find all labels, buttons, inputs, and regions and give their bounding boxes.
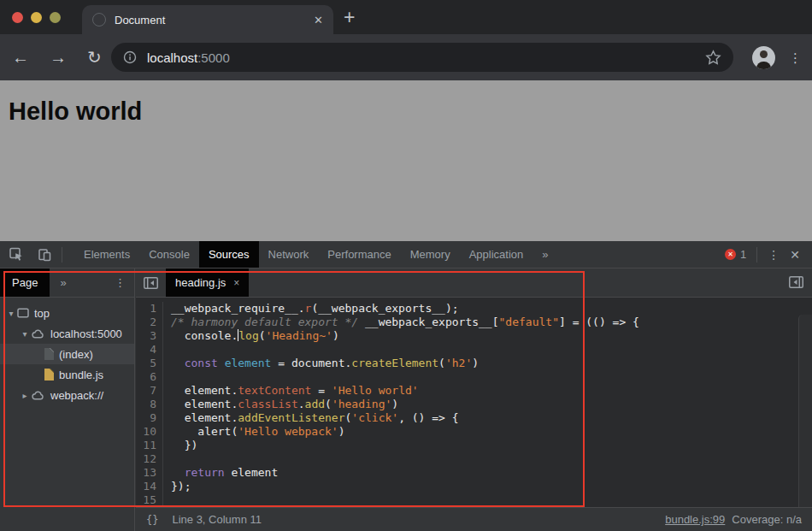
devtools-tab-memory[interactable]: Memory <box>401 241 460 268</box>
toolbar-divider <box>756 247 757 263</box>
sidebar-header: Page » ⋮ <box>0 268 134 298</box>
code-line-8[interactable]: 8 element.classList.add('heading') <box>136 398 812 411</box>
browser-titlebar: Document ✕ + <box>0 0 812 34</box>
tree-item-index[interactable]: (index) <box>0 344 134 364</box>
code-lines: 1__webpack_require__.r(__webpack_exports… <box>136 302 812 507</box>
code-line-14[interactable]: 14}); <box>136 480 812 493</box>
code-line-3[interactable]: 3 console.log('Heading~') <box>136 329 812 343</box>
line-number[interactable]: 14 <box>136 480 163 493</box>
line-number[interactable]: 2 <box>136 316 163 329</box>
code-line-13[interactable]: 13 return element <box>136 466 812 480</box>
code-line-4[interactable]: 4 <box>136 343 812 357</box>
editor-scrollbar[interactable] <box>798 315 812 507</box>
line-number[interactable]: 8 <box>136 398 163 411</box>
line-number[interactable]: 15 <box>136 493 163 507</box>
code-line-9[interactable]: 9 element.addEventListener('click', () =… <box>136 411 812 425</box>
forward-icon[interactable]: → <box>50 48 67 68</box>
caret-collapsed-icon[interactable]: ▸ <box>19 391 31 400</box>
minimize-window-button[interactable] <box>31 12 42 23</box>
editor-tab-heading-js[interactable]: heading.js × <box>166 268 249 297</box>
line-number[interactable]: 4 <box>136 343 163 357</box>
line-number[interactable]: 7 <box>136 384 163 398</box>
line-number[interactable]: 6 <box>136 370 163 384</box>
code-text: alert('Hello webpack') <box>163 425 345 439</box>
pretty-print-icon[interactable]: {} <box>146 514 158 526</box>
tree-item-localhost-5000[interactable]: ▾localhost:5000 <box>0 323 134 344</box>
sources-tree: ▾top▾localhost:5000(index)bundle.js▸webp… <box>0 298 134 405</box>
tree-item-bundle-js[interactable]: bundle.js <box>0 364 134 385</box>
tree-item-top[interactable]: ▾top <box>0 303 134 323</box>
code-text: element.addEventListener('click', () => … <box>163 411 459 425</box>
tree-item-label: (index) <box>59 348 93 361</box>
editor-tab-close-icon[interactable]: × <box>233 277 239 289</box>
code-line-2[interactable]: 2/* harmony default export */ __webpack_… <box>136 316 812 329</box>
tree-item-label: webpack:// <box>50 389 103 402</box>
device-toolbar-icon[interactable] <box>37 246 53 263</box>
line-number[interactable]: 13 <box>136 466 163 480</box>
error-badge[interactable]: ✕ 1 <box>725 248 746 261</box>
back-icon[interactable]: ← <box>12 48 29 68</box>
zoom-window-button[interactable] <box>50 12 61 23</box>
sidebar-menu-icon[interactable]: ⋮ <box>115 276 126 289</box>
devtools-tab-performance[interactable]: Performance <box>318 241 400 268</box>
file-gray-icon <box>44 348 54 360</box>
code-text: const element = document.createElement('… <box>163 357 479 370</box>
more-panels-chevron[interactable]: » <box>533 241 557 268</box>
page-heading[interactable]: Hello world <box>9 97 812 126</box>
code-line-5[interactable]: 5 const element = document.createElement… <box>136 357 812 370</box>
line-number[interactable]: 3 <box>136 329 163 343</box>
line-number[interactable]: 9 <box>136 411 163 425</box>
address-bar[interactable]: localhost :5000 <box>111 43 733 72</box>
cloud-icon <box>31 327 45 339</box>
code-line-11[interactable]: 11 }) <box>136 439 812 452</box>
code-editor[interactable]: 1__webpack_require__.r(__webpack_exports… <box>136 298 812 507</box>
line-number[interactable]: 10 <box>136 425 163 439</box>
web-page-viewport: Hello world <box>0 80 812 241</box>
error-circle-icon: ✕ <box>725 249 736 260</box>
tree-item-webpack[interactable]: ▸webpack:// <box>0 385 134 405</box>
line-number[interactable]: 5 <box>136 357 163 370</box>
sidebar-more-tabs-icon[interactable]: » <box>60 276 66 289</box>
reload-icon[interactable]: ↻ <box>87 47 102 68</box>
sidebar-tab-page[interactable]: Page <box>0 268 50 297</box>
code-line-1[interactable]: 1__webpack_require__.r(__webpack_exports… <box>136 302 812 316</box>
code-line-10[interactable]: 10 alert('Hello webpack') <box>136 425 812 439</box>
hide-navigator-icon[interactable] <box>144 277 158 289</box>
code-line-12[interactable]: 12 <box>136 452 812 466</box>
browser-toolbar: ← → ↻ localhost :5000 ⋮ <box>0 34 812 80</box>
inspect-element-icon[interactable] <box>9 246 25 263</box>
code-text: __webpack_require__.r(__webpack_exports_… <box>163 302 459 316</box>
frame-icon <box>17 307 29 319</box>
devtools-close-icon[interactable]: ✕ <box>790 248 800 262</box>
coverage-status: Coverage: n/a <box>732 513 802 526</box>
devtools-tab-sources[interactable]: Sources <box>199 241 259 268</box>
browser-tab[interactable]: Document ✕ <box>82 5 333 34</box>
toolbar-divider <box>62 247 62 263</box>
line-number[interactable]: 1 <box>136 302 163 316</box>
profile-avatar[interactable] <box>752 46 775 69</box>
caret-expanded-icon[interactable]: ▾ <box>5 309 17 318</box>
devtools-tab-elements[interactable]: Elements <box>74 241 139 268</box>
bookmark-star-icon[interactable] <box>705 50 721 66</box>
devtools-tabs: ElementsConsoleSourcesNetworkPerformance… <box>74 241 558 268</box>
code-line-15[interactable]: 15 <box>136 493 812 507</box>
close-window-button[interactable] <box>12 12 23 23</box>
tab-close-icon[interactable]: ✕ <box>314 14 323 27</box>
code-text: return element <box>163 466 278 480</box>
site-info-icon[interactable] <box>123 50 137 64</box>
devtools-tab-console[interactable]: Console <box>139 241 199 268</box>
browser-menu-icon[interactable]: ⋮ <box>789 51 802 64</box>
new-tab-button[interactable]: + <box>344 5 355 29</box>
line-number[interactable]: 11 <box>136 439 163 452</box>
code-line-6[interactable]: 6 <box>136 370 812 384</box>
code-text: console.log('Heading~') <box>163 329 339 343</box>
bundle-link[interactable]: bundle.js:99 <box>665 513 725 526</box>
devtools-menu-icon[interactable]: ⋮ <box>768 248 780 262</box>
devtools-tab-network[interactable]: Network <box>259 241 319 268</box>
show-debugger-icon[interactable] <box>789 276 803 288</box>
devtools-tab-application[interactable]: Application <box>460 241 533 268</box>
tree-item-label: top <box>34 307 50 320</box>
caret-expanded-icon[interactable]: ▾ <box>19 329 31 339</box>
code-line-7[interactable]: 7 element.textContent = 'Hello world' <box>136 384 812 398</box>
line-number[interactable]: 12 <box>136 452 163 466</box>
